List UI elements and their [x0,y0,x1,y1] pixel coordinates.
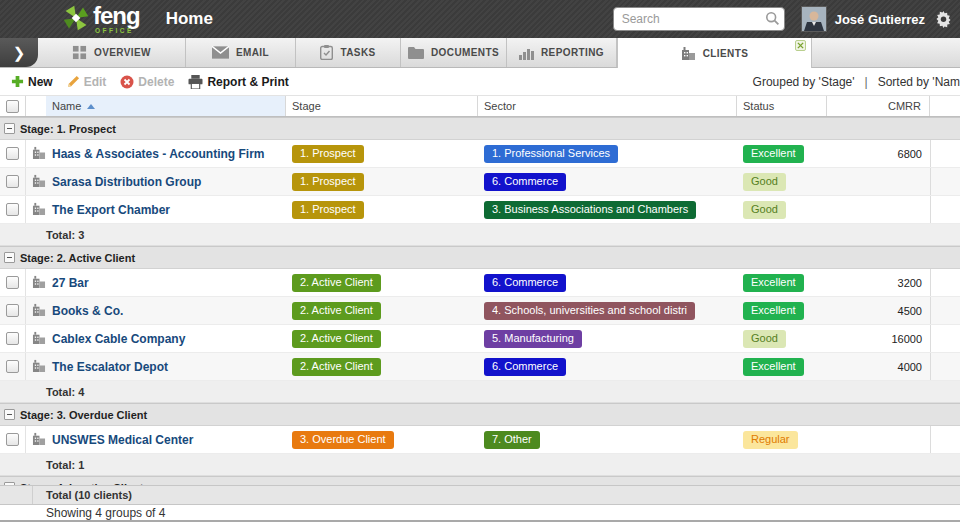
group-total-row: Total: 3 [0,224,960,246]
plus-icon [11,75,24,88]
table-row[interactable]: UNSWES Medical Center3. Overdue Client7.… [0,426,960,454]
group-header-label: Stage: 1. Prospect [20,123,116,135]
user-name[interactable]: José Gutierrez [835,12,925,27]
select-all-checkbox[interactable] [6,100,19,113]
row-checkbox[interactable] [6,203,19,216]
search-box [613,7,785,31]
table-row[interactable]: Haas & Associates - Accounting Firm1. Pr… [0,140,960,168]
table-row[interactable]: The Escalator Depot2. Active Client6. Co… [0,353,960,381]
cmrr-cell: 6800 [827,140,930,167]
row-checkbox[interactable] [6,304,19,317]
row-checkbox[interactable] [6,147,19,160]
row-checkbox[interactable] [6,433,19,446]
new-button[interactable]: New [4,75,60,89]
edit-button[interactable]: Edit [60,75,114,89]
search-icon[interactable] [765,11,780,26]
row-checkbox[interactable] [6,360,19,373]
logo-sub-text: OFFICE [95,28,140,35]
group-header[interactable]: Stage: 2. Active Client [0,246,960,269]
client-name-link[interactable]: Haas & Associates - Accounting Firm [52,147,265,161]
building-icon [32,432,46,447]
stage-cell: 1. Prospect [286,168,478,195]
row-checkbox[interactable] [6,332,19,345]
tab-overview[interactable]: OVERVIEW [38,38,186,67]
column-header-sector[interactable]: Sector [478,96,737,116]
client-name-link[interactable]: Sarasa Distribution Group [52,175,201,189]
select-all-cell [0,96,26,116]
column-header-cmrr[interactable]: CMRR [827,96,930,116]
page-title: Home [166,9,213,29]
status-cell: Good [737,168,827,195]
table-row[interactable]: Books & Co.2. Active Client4. Schools, u… [0,297,960,325]
footer-left-cell [0,486,33,504]
table-row[interactable]: 27 Bar2. Active Client6. CommerceExcelle… [0,269,960,297]
cmrr-cell [827,196,930,223]
client-name-link[interactable]: Cablex Cable Company [52,332,185,346]
tab-email[interactable]: EMAIL [186,38,296,67]
row-gutter [930,325,960,352]
grid-header-row: Name Stage Sector Status CMRR [0,96,960,117]
column-gutter [930,96,960,116]
building-icon [32,174,46,189]
tab-close-icon[interactable] [795,40,806,51]
report-print-button[interactable]: Report & Print [181,75,295,89]
sidebar-collapse-button[interactable]: ❯ [0,38,38,67]
delete-icon [120,75,134,89]
tab-documents[interactable]: DOCUMENTS [401,38,507,67]
search-input[interactable] [613,7,785,31]
status-cell: Excellent [737,269,827,296]
row-checkbox-cell [0,353,26,380]
row-gutter [930,196,960,223]
stage-badge: 3. Overdue Client [292,431,394,449]
stage-cell: 2. Active Client [286,353,478,380]
tab-label: OVERVIEW [94,47,151,58]
column-header-stage[interactable]: Stage [286,96,478,116]
group-header[interactable]: Stage: 3. Overdue Client [0,403,960,426]
client-name-link[interactable]: 27 Bar [52,276,89,290]
stage-badge: 2. Active Client [292,358,381,376]
client-name-link[interactable]: The Export Chamber [52,203,170,217]
collapse-group-icon[interactable] [4,409,15,420]
table-row[interactable]: Sarasa Distribution Group1. Prospect6. C… [0,168,960,196]
grouped-by-text[interactable]: Grouped by 'Stage' [753,75,855,89]
client-name-link[interactable]: UNSWES Medical Center [52,433,193,447]
collapse-group-icon[interactable] [4,482,15,485]
stage-cell: 1. Prospect [286,196,478,223]
group-header-label: Stage: 2. Active Client [20,252,135,264]
grid-icon [72,45,87,60]
avatar[interactable] [801,6,827,32]
client-name-link[interactable]: The Escalator Depot [52,360,168,374]
tab-clients[interactable]: CLIENTS [617,38,812,68]
column-label: Status [743,100,774,112]
row-checkbox[interactable] [6,175,19,188]
row-checkbox[interactable] [6,276,19,289]
footer-status-label: Showing 4 groups of 4 [0,506,165,520]
report-print-label: Report & Print [207,75,288,89]
group-header[interactable]: Stage: 4. Inactive Client [0,476,960,485]
column-label: CMRR [888,100,921,112]
sector-badge: 4. Schools, universities and school dist… [484,302,695,320]
sort-asc-icon [87,104,95,109]
table-row[interactable]: Cablex Cable Company2. Active Client5. M… [0,325,960,353]
delete-button[interactable]: Delete [113,75,181,89]
building-icon [32,303,46,318]
partial-group-header-clipped: Stage: 4. Inactive Client [0,476,960,485]
client-name-link[interactable]: Books & Co. [52,304,123,318]
group-header[interactable]: Stage: 1. Prospect [0,117,960,140]
collapse-group-icon[interactable] [4,123,15,134]
tab-reporting[interactable]: REPORTING [507,38,617,67]
building-icon [32,359,46,374]
tab-tasks[interactable]: TASKS [296,38,401,67]
sector-badge: 6. Commerce [484,274,566,292]
feng-office-logo[interactable]: feng OFFICE [62,4,140,35]
sorted-by-text[interactable]: Sorted by 'Nam [878,75,960,89]
row-checkbox-cell [0,168,26,195]
company-icon-cell [26,168,46,195]
column-header-status[interactable]: Status [737,96,827,116]
column-header-name[interactable]: Name [46,96,286,116]
gear-icon[interactable] [935,11,952,28]
name-cell: 27 Bar [46,269,286,296]
group-total-label: Total: 3 [0,229,84,241]
table-row[interactable]: The Export Chamber1. Prospect3. Business… [0,196,960,224]
collapse-group-icon[interactable] [4,252,15,263]
